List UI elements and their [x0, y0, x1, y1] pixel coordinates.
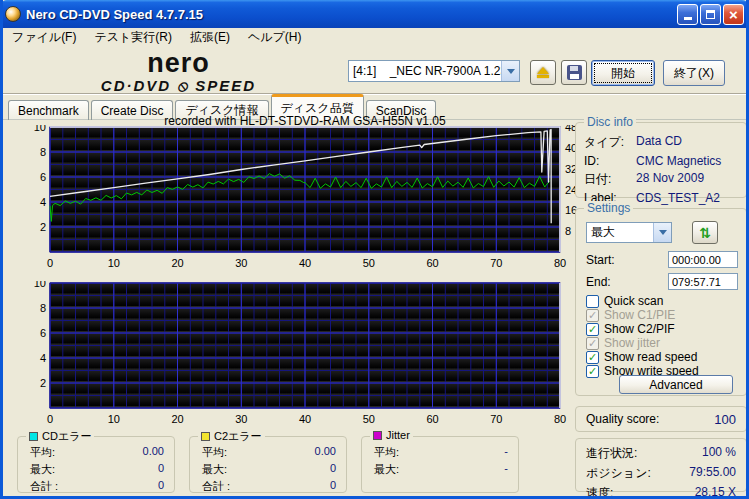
- svg-text:40: 40: [299, 413, 311, 425]
- svg-text:2: 2: [40, 221, 46, 233]
- c2-error-avg: 平均:0.00: [190, 444, 346, 461]
- disc-id-row: ID:CMC Magnetics: [576, 152, 746, 169]
- speed-row: 速度:28.15 X: [576, 483, 746, 499]
- end-position-field[interactable]: 079:57.71: [668, 273, 738, 290]
- secondary-scan-chart: 24681001020304050607080: [11, 281, 601, 433]
- quality-scan-chart: 2468108162432404801020304050607080: [11, 125, 601, 277]
- quick-scan-checkbox[interactable]: ✓Quick scan: [586, 294, 663, 308]
- menu-file[interactable]: ファイル(F): [3, 27, 85, 48]
- minimize-icon: [684, 17, 692, 20]
- quality-score-panel: Quality score: 100: [575, 406, 747, 432]
- svg-text:30: 30: [235, 257, 247, 269]
- svg-text:8: 8: [565, 225, 571, 237]
- eject-button[interactable]: [530, 60, 556, 85]
- svg-text:80: 80: [554, 257, 566, 269]
- svg-text:0: 0: [47, 413, 53, 425]
- svg-text:10: 10: [34, 125, 46, 133]
- show-jitter-checkbox[interactable]: ✓Show jitter: [586, 336, 660, 350]
- combo-arrow[interactable]: [653, 223, 671, 242]
- svg-text:60: 60: [426, 257, 438, 269]
- c2-error-swatch: [201, 432, 210, 441]
- svg-text:30: 30: [235, 413, 247, 425]
- menu-extra[interactable]: 拡張(E): [181, 27, 239, 48]
- svg-text:4: 4: [40, 352, 46, 364]
- minimize-button[interactable]: [677, 4, 698, 25]
- c2-error-max: 最大:0: [190, 461, 346, 478]
- show-read-speed-checkbox[interactable]: ✓Show read speed: [586, 350, 697, 364]
- disc-info-panel: Disc info タイプ:Data CD ID:CMC Magnetics 日…: [575, 122, 747, 198]
- app-window: Nero CD-DVD Speed 4.7.7.15 × ファイル(F) テスト…: [0, 0, 749, 499]
- save-button[interactable]: [561, 60, 587, 85]
- svg-text:60: 60: [426, 413, 438, 425]
- jitter-swatch: [373, 431, 382, 440]
- combo-arrow[interactable]: [501, 61, 519, 81]
- save-icon: [567, 65, 582, 80]
- show-c1-pie-checkbox[interactable]: ✓Show C1/PIE: [586, 308, 675, 322]
- window-title: Nero CD-DVD Speed 4.7.7.15: [26, 7, 677, 22]
- titlebar: Nero CD-DVD Speed 4.7.7.15 ×: [0, 0, 749, 28]
- menu-help[interactable]: ヘルプ(H): [239, 27, 311, 48]
- start-position-field[interactable]: 000:00.00: [668, 251, 738, 268]
- cd-error-swatch: [29, 432, 38, 441]
- maximize-icon: [706, 10, 715, 19]
- advanced-button[interactable]: Advanced: [619, 375, 733, 394]
- svg-text:50: 50: [363, 413, 375, 425]
- svg-text:0: 0: [47, 257, 53, 269]
- svg-text:70: 70: [490, 257, 502, 269]
- refresh-icon: ⇅: [699, 225, 711, 241]
- svg-text:8: 8: [40, 302, 46, 314]
- drive-select-value: [4:1] _NEC NR-7900A 1.23: [349, 64, 501, 78]
- cd-error-panel: CDエラー 平均:0.00 最大:0 合計 :0: [17, 436, 175, 493]
- position-row: ポジション:79:55.00: [576, 463, 746, 483]
- close-icon: ×: [729, 7, 738, 22]
- svg-text:20: 20: [171, 413, 183, 425]
- svg-text:10: 10: [108, 257, 120, 269]
- settings-panel: Settings 最大 ⇅ Start: 000:00.00 End: 079:…: [575, 208, 747, 396]
- drive-select-combo[interactable]: [4:1] _NEC NR-7900A 1.23: [348, 60, 520, 82]
- chevron-down-icon: [507, 69, 515, 74]
- svg-text:80: 80: [554, 413, 566, 425]
- show-c2-pif-checkbox[interactable]: ✓Show C2/PIF: [586, 322, 675, 336]
- c2-error-panel: C2エラー 平均:0.00 最大:0 合計 :0: [189, 436, 347, 493]
- end-position-row: End: 079:57.71: [586, 273, 738, 290]
- svg-text:10: 10: [108, 413, 120, 425]
- svg-text:8: 8: [40, 146, 46, 158]
- svg-text:6: 6: [40, 327, 46, 339]
- svg-text:70: 70: [490, 413, 502, 425]
- exit-button[interactable]: 終了(X): [663, 60, 725, 86]
- cd-error-total: 合計 :0: [18, 478, 174, 495]
- cd-error-avg: 平均:0.00: [18, 444, 174, 461]
- jitter-avg: 平均:-: [362, 444, 518, 461]
- close-button[interactable]: ×: [723, 4, 744, 25]
- quality-score-label: Quality score:: [586, 412, 659, 426]
- eject-icon: [537, 67, 549, 78]
- start-button[interactable]: 開始: [591, 60, 655, 86]
- menubar: ファイル(F) テスト実行(R) 拡張(E) ヘルプ(H): [3, 28, 746, 47]
- start-position-row: Start: 000:00.00: [586, 251, 738, 268]
- jitter-panel: Jitter 平均:- 最大:-: [361, 436, 519, 493]
- svg-text:2: 2: [40, 377, 46, 389]
- disc-date-row: 日付:28 Nov 2009: [576, 169, 746, 189]
- disc-type-row: タイプ:Data CD: [576, 132, 746, 152]
- nero-logo: nero CD·DVD ⦸ SPEED: [21, 50, 336, 93]
- svg-text:20: 20: [171, 257, 183, 269]
- jitter-max: 最大:-: [362, 461, 518, 478]
- svg-text:40: 40: [299, 257, 311, 269]
- refresh-button[interactable]: ⇅: [692, 221, 718, 244]
- menu-run-test[interactable]: テスト実行(R): [85, 27, 181, 48]
- maximize-button[interactable]: [700, 4, 721, 25]
- cd-error-max: 最大:0: [18, 461, 174, 478]
- speed-select-combo[interactable]: 最大: [586, 222, 672, 243]
- svg-text:50: 50: [363, 257, 375, 269]
- quality-score-value: 100: [714, 412, 736, 427]
- svg-text:6: 6: [40, 171, 46, 183]
- progress-row: 進行状況:100 %: [576, 443, 746, 463]
- svg-text:4: 4: [40, 196, 46, 208]
- chart-recorded-with-label: recorded with HL-DT-STDVD-RAM GSA-H55N v…: [50, 114, 560, 128]
- progress-panel: 進行状況:100 % ポジション:79:55.00 速度:28.15 X: [575, 438, 747, 492]
- chevron-down-icon: [659, 230, 667, 235]
- svg-text:10: 10: [34, 281, 46, 289]
- app-icon: [5, 6, 21, 22]
- c2-error-total: 合計 :0: [190, 478, 346, 495]
